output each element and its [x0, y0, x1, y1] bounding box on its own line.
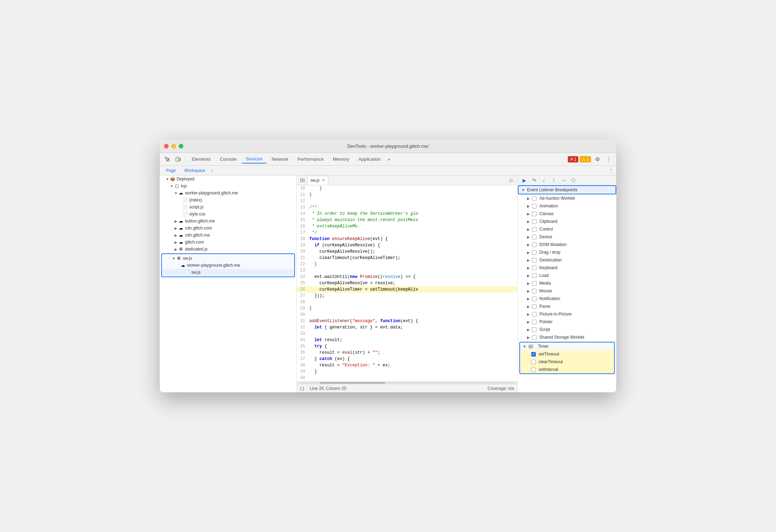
bp-item-animation[interactable]: ▶ Animation [518, 202, 616, 210]
checkbox-media[interactable] [532, 281, 537, 286]
checkbox-shared-storage[interactable] [532, 335, 537, 340]
minimize-button[interactable] [171, 144, 176, 148]
bp-item-canvas[interactable]: ▶ Canvas [518, 210, 616, 218]
tree-item-cdn-com[interactable]: ▶ ☁ cdn.glitch.com [160, 225, 296, 232]
bp-item-setinterval[interactable]: setInterval [520, 366, 614, 373]
bp-item-dom-mutation[interactable]: ▶ DOM Mutation [518, 241, 616, 248]
tree-item-cdn-me[interactable]: ▶ ☁ cdn.glitch.me [160, 232, 296, 239]
step-over-button[interactable]: ↷ [530, 177, 538, 184]
bp-item-notification[interactable]: ▶ Notification [518, 295, 616, 302]
settings-icon[interactable]: ⚙ [592, 154, 602, 164]
checkbox-clipboard[interactable] [532, 219, 537, 224]
timer-header[interactable]: ▼ — Timer [520, 343, 614, 350]
more-tabs-button[interactable]: » [386, 155, 392, 163]
checkbox-parse[interactable] [532, 304, 537, 309]
tree-item-index[interactable]: ▶ 📄 (index) [160, 197, 296, 204]
tab-console[interactable]: Console [216, 155, 241, 163]
bp-item-keyboard[interactable]: ▶ Keyboard [518, 264, 616, 272]
section-arrow-elb: ▼ [521, 188, 525, 192]
code-tab-close[interactable]: ✕ [322, 178, 325, 183]
bp-item-pip[interactable]: ▶ Picture-in-Picture [518, 310, 616, 318]
code-tab-more[interactable]: ▷ [507, 177, 516, 184]
bp-item-ad-auction[interactable]: ▶ Ad Auction Worklet [518, 194, 616, 202]
code-panel-collapse[interactable] [298, 177, 307, 184]
step-out-button[interactable]: ↑ [550, 177, 558, 184]
sources-tab-sep: » [211, 168, 213, 173]
checkbox-canvas[interactable] [532, 212, 537, 216]
checkbox-ad-auction[interactable] [532, 196, 537, 201]
checkbox-settimeout[interactable]: ✓ [531, 352, 536, 357]
tree-item-swjs[interactable]: ▼ ⚙ sw.js [162, 255, 294, 262]
tree-item-swjs-file[interactable]: ▶ 📄 sw.js [162, 269, 294, 276]
checkbox-device[interactable] [532, 235, 537, 239]
pretty-print-button[interactable]: { } [300, 386, 304, 391]
checkbox-setinterval[interactable] [531, 367, 536, 372]
event-listener-breakpoints-header[interactable]: ▼ Event Listener Breakpoints [518, 185, 616, 194]
tree-item-top[interactable]: ▼ ▢ top [160, 182, 296, 189]
checkbox-script[interactable] [532, 327, 537, 332]
bp-item-script[interactable]: ▶ Script [518, 326, 616, 333]
code-area[interactable]: 10 } 11 } 12 13 /** 14 * In ord [297, 185, 518, 381]
step-into-button[interactable]: ↓ [540, 177, 548, 184]
tab-performance[interactable]: Performance [293, 155, 328, 163]
tab-application[interactable]: Application [354, 155, 385, 163]
tab-memory[interactable]: Memory [329, 155, 354, 163]
arrow-script: ▶ [526, 328, 531, 332]
tree-item-stylecss[interactable]: ▶ 📄 style.css [160, 211, 296, 218]
tab-sources[interactable]: Sources [242, 155, 267, 164]
checkbox-control[interactable] [532, 227, 537, 232]
bp-item-device[interactable]: ▶ Device [518, 233, 616, 241]
checkbox-pip[interactable] [532, 312, 537, 317]
checkbox-timer-parent[interactable]: — [528, 344, 533, 349]
tab-elements[interactable]: Elements [188, 155, 215, 163]
checkbox-notification[interactable] [532, 297, 537, 301]
bp-item-parse[interactable]: ▶ Parse [518, 302, 616, 310]
bp-item-drag-drop[interactable]: ▶ Drag / drop [518, 248, 616, 256]
checkbox-keyboard[interactable] [532, 266, 537, 270]
scrollbar-track[interactable] [298, 382, 516, 384]
checkbox-mouse[interactable] [532, 289, 537, 293]
code-tab-swjs[interactable]: sw.js ✕ [307, 176, 328, 185]
bp-item-settimeout[interactable]: ✓ setTimeout [520, 350, 614, 358]
inspect-element-icon[interactable] [163, 154, 172, 164]
step-button[interactable]: → [559, 177, 568, 184]
label-parse: Parse [539, 304, 550, 309]
bp-item-mouse[interactable]: ▶ Mouse [518, 287, 616, 295]
bp-item-shared-storage[interactable]: ▶ Shared Storage Worklet [518, 333, 616, 341]
tree-item-glitch-com[interactable]: ▶ ☁ glitch.com [160, 239, 296, 246]
sources-workspace-tab[interactable]: Workspace [181, 167, 209, 174]
more-options-icon[interactable]: ⋮ [604, 154, 613, 164]
checkbox-geolocation[interactable] [532, 258, 537, 262]
tree-item-wp-sw[interactable]: ▶ ☁ worker-playground.glitch.me [162, 262, 294, 269]
maximize-button[interactable] [179, 144, 183, 148]
checkbox-load[interactable] [532, 273, 537, 278]
sources-page-tab[interactable]: Page [163, 167, 179, 174]
checkbox-dom-mutation[interactable] [532, 242, 537, 247]
checkbox-animation[interactable] [532, 204, 537, 208]
tree-item-scriptjs[interactable]: ▶ 📄 script.js [160, 204, 296, 211]
resume-button[interactable]: ▶ [520, 177, 528, 184]
error-badge[interactable]: ✕ 1 [568, 156, 579, 162]
bp-item-cleartimeout[interactable]: clearTimeout [520, 358, 614, 366]
bp-item-pointer[interactable]: ▶ Pointer [518, 318, 616, 326]
device-toolbar-icon[interactable] [173, 154, 183, 164]
checkbox-drag-drop[interactable] [532, 250, 537, 255]
bp-item-media[interactable]: ▶ Media [518, 279, 616, 287]
bp-item-load[interactable]: ▶ Load [518, 272, 616, 279]
tree-item-dedicatedjs[interactable]: ▶ ⚙ dedicated.js [160, 246, 296, 253]
deactivate-breakpoints-button[interactable] [569, 177, 578, 184]
sources-more-options[interactable]: ⋮ [609, 168, 613, 173]
tab-network[interactable]: Network [268, 155, 293, 163]
tree-item-deployed[interactable]: ▼ 📦 Deployed [160, 175, 296, 182]
tree-item-button-glitch[interactable]: ▶ ☁ button.glitch.me [160, 218, 296, 225]
bp-item-geolocation[interactable]: ▶ Geolocation [518, 256, 616, 264]
checkbox-pointer[interactable] [532, 320, 537, 324]
bp-item-clipboard[interactable]: ▶ Clipboard [518, 218, 616, 225]
scrollbar-thumb[interactable] [320, 382, 385, 384]
checkbox-cleartimeout[interactable] [531, 360, 536, 364]
warning-badge[interactable]: ⚠ 1 [580, 156, 591, 162]
code-scrollbar[interactable] [297, 381, 518, 384]
bp-item-control[interactable]: ▶ Control [518, 225, 616, 233]
close-button[interactable] [164, 144, 169, 148]
tree-item-worker-playground[interactable]: ▼ ☁ worker-playground.glitch.me [160, 189, 296, 197]
